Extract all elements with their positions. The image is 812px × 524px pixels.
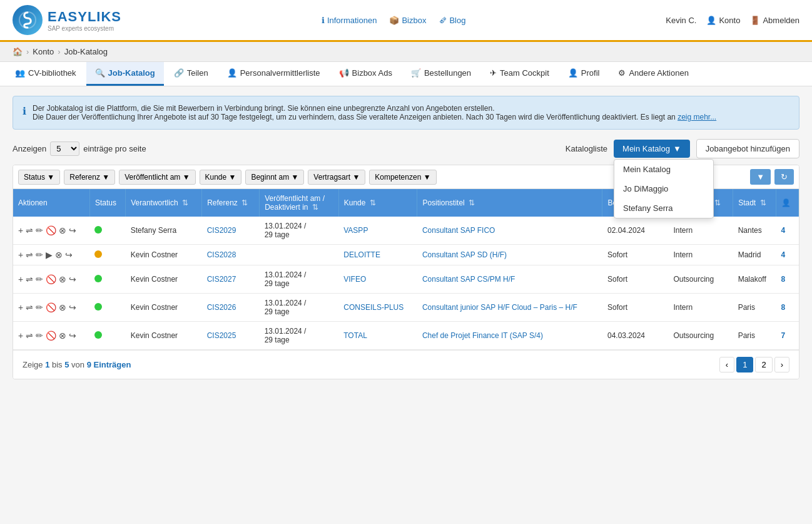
- action-share[interactable]: ⇌: [26, 274, 33, 284]
- refresh-button[interactable]: ↻: [774, 169, 794, 185]
- page-next[interactable]: ›: [774, 357, 789, 372]
- action-delete[interactable]: ⊗: [59, 225, 66, 235]
- action-arrow[interactable]: ↪: [69, 225, 76, 235]
- row-1-client: DELOITTE: [338, 245, 417, 265]
- title-link[interactable]: Consultant SAP SD (H/F): [422, 250, 507, 259]
- add-job-button[interactable]: Jobangebot hinzufügen: [696, 139, 799, 158]
- action-deactivate[interactable]: 🚫: [46, 274, 56, 284]
- title-link[interactable]: Consultant SAP FICO: [422, 226, 495, 235]
- status-indicator: [94, 303, 102, 311]
- breadcrumb-home[interactable]: 🏠: [13, 47, 23, 56]
- nav-informationen[interactable]: ℹ Informationen: [322, 16, 377, 25]
- filter-kompetenzen[interactable]: Kompetenzen ▼: [369, 170, 436, 185]
- action-arrow[interactable]: ↪: [69, 274, 76, 284]
- tab-cv-bibliothek[interactable]: 👥 CV-bibliothek: [6, 62, 85, 86]
- action-add[interactable]: +: [18, 302, 23, 312]
- row-2-starts: Sofort: [602, 265, 669, 294]
- action-edit[interactable]: ✏: [36, 274, 43, 284]
- abmelden-icon: 🚪: [750, 16, 760, 25]
- action-arrow[interactable]: ↪: [65, 250, 73, 260]
- breadcrumb-konto[interactable]: Konto: [33, 47, 54, 56]
- dropdown-item-jo-dimaggio[interactable]: Jo DiMaggio: [614, 179, 713, 198]
- row-2-status: [89, 265, 125, 294]
- th-stadt: Stadt ⇅: [733, 189, 776, 217]
- client-link[interactable]: VASPP: [343, 226, 368, 235]
- title-link[interactable]: Chef de Projet Finance IT (SAP S/4): [422, 331, 543, 340]
- tab-bestellungen[interactable]: 🛒 Bestellungen: [402, 62, 480, 86]
- action-delete[interactable]: ⊗: [59, 274, 66, 284]
- info-more-link[interactable]: zeig mehr...: [678, 113, 716, 121]
- action-share[interactable]: ⇌: [26, 302, 33, 312]
- filter-status[interactable]: Status ▼: [18, 170, 60, 185]
- abmelden-link[interactable]: 🚪 Abmelden: [750, 16, 799, 25]
- filter-apply-button[interactable]: ▼: [750, 169, 771, 185]
- per-page-select[interactable]: 5 10 25 50: [50, 141, 79, 156]
- action-edit[interactable]: ✏: [36, 331, 43, 341]
- dropdown-item-stefany-serra[interactable]: Stefany Serra: [614, 198, 713, 218]
- tab-bizbox-ads[interactable]: 📢 Bizbox Ads: [330, 62, 401, 86]
- action-add[interactable]: +: [18, 225, 23, 235]
- action-add[interactable]: +: [18, 250, 23, 260]
- filter-referenz[interactable]: Referenz ▼: [64, 170, 115, 185]
- row-4-client: TOTAL: [338, 322, 417, 350]
- client-link[interactable]: DELOITTE: [343, 250, 380, 259]
- konto-link[interactable]: 👤 Konto: [706, 16, 740, 25]
- action-share[interactable]: ⇌: [26, 250, 33, 260]
- tab-personalvermittlerliste[interactable]: 👤 Personalvermittlerliste: [218, 62, 329, 86]
- title-link[interactable]: Consultant junior SAP H/F Cloud – Paris …: [422, 303, 577, 312]
- title-link[interactable]: Consultant SAP CS/PM H/F: [422, 275, 515, 284]
- row-2-actions: + ⇌ ✏ 🚫 ⊗ ↪: [13, 265, 89, 294]
- tab-team-cockpit[interactable]: ✈ Team Cockpit: [481, 62, 558, 86]
- action-edit[interactable]: ✏: [36, 250, 43, 260]
- page-2[interactable]: 2: [755, 357, 772, 372]
- reference-link[interactable]: CIS2029: [207, 226, 236, 235]
- controls-row: Anzeigen 5 10 25 50 einträge pro seite K…: [13, 139, 799, 158]
- action-delete[interactable]: ⊗: [55, 250, 63, 260]
- nav-blog[interactable]: 🗞 Blog: [439, 16, 465, 25]
- action-deactivate[interactable]: 🚫: [46, 302, 56, 312]
- client-link[interactable]: CONSEILS-PLUS: [343, 303, 403, 312]
- cockpit-icon: ✈: [490, 68, 497, 78]
- row-2-published: 13.01.2024 /29 tage: [260, 265, 339, 294]
- row-0-status: [89, 217, 125, 245]
- page-prev[interactable]: ‹: [719, 357, 734, 372]
- reference-link[interactable]: CIS2028: [207, 250, 236, 259]
- catalog-liste-label: Katalogliste: [566, 144, 607, 153]
- tab-andere-aktionen[interactable]: ⚙ Andere Aktionen: [609, 62, 697, 86]
- action-delete[interactable]: ⊗: [59, 302, 66, 312]
- action-delete[interactable]: ⊗: [59, 331, 66, 341]
- reference-link[interactable]: CIS2025: [207, 331, 236, 340]
- reference-link[interactable]: CIS2027: [207, 275, 236, 284]
- action-share[interactable]: ⇌: [26, 331, 33, 341]
- mein-katalog-button[interactable]: Mein Katalog ▼: [614, 140, 690, 158]
- tab-profil[interactable]: 👤 Profil: [559, 62, 609, 86]
- action-arrow[interactable]: ↪: [69, 331, 76, 341]
- nav-bizbox[interactable]: 📦 Bizbox: [389, 16, 426, 25]
- job-icon: 🔍: [95, 68, 105, 78]
- client-link[interactable]: TOTAL: [343, 331, 367, 340]
- filter-vertragsart[interactable]: Vertragsart ▼: [308, 170, 365, 185]
- filter-beginnt-am[interactable]: Beginnt am ▼: [245, 170, 304, 185]
- tab-job-katalog[interactable]: 🔍 Job-Katalog: [86, 62, 164, 86]
- chevron-down-icon: ▼: [673, 144, 681, 153]
- filter-veroeffentlicht[interactable]: Veröffentlicht am ▼: [119, 170, 195, 185]
- action-arrow[interactable]: ↪: [69, 302, 76, 312]
- action-add[interactable]: +: [18, 274, 23, 284]
- action-play[interactable]: ▶: [46, 250, 53, 260]
- action-edit[interactable]: ✏: [36, 225, 43, 235]
- action-deactivate[interactable]: 🚫: [46, 331, 56, 341]
- page-1[interactable]: 1: [736, 357, 753, 372]
- logo-area: EASYLIKS SAP experts ecosystem: [13, 5, 121, 35]
- bestellungen-icon: 🛒: [411, 68, 421, 78]
- client-link[interactable]: VIFEO: [343, 275, 366, 284]
- tab-teilen[interactable]: 🔗 Teilen: [165, 62, 217, 86]
- action-edit[interactable]: ✏: [36, 302, 43, 312]
- filter-kunde[interactable]: Kunde ▼: [200, 170, 242, 185]
- dropdown-item-mein-katalog[interactable]: Mein Katalog: [614, 160, 713, 179]
- action-deactivate[interactable]: 🚫: [46, 225, 56, 235]
- row-0-title: Consultant SAP FICO: [417, 217, 602, 245]
- reference-link[interactable]: CIS2026: [207, 303, 236, 312]
- tab-navigation: 👥 CV-bibliothek 🔍 Job-Katalog 🔗 Teilen 👤…: [0, 62, 812, 86]
- action-add[interactable]: +: [18, 331, 23, 341]
- action-share[interactable]: ⇌: [26, 225, 33, 235]
